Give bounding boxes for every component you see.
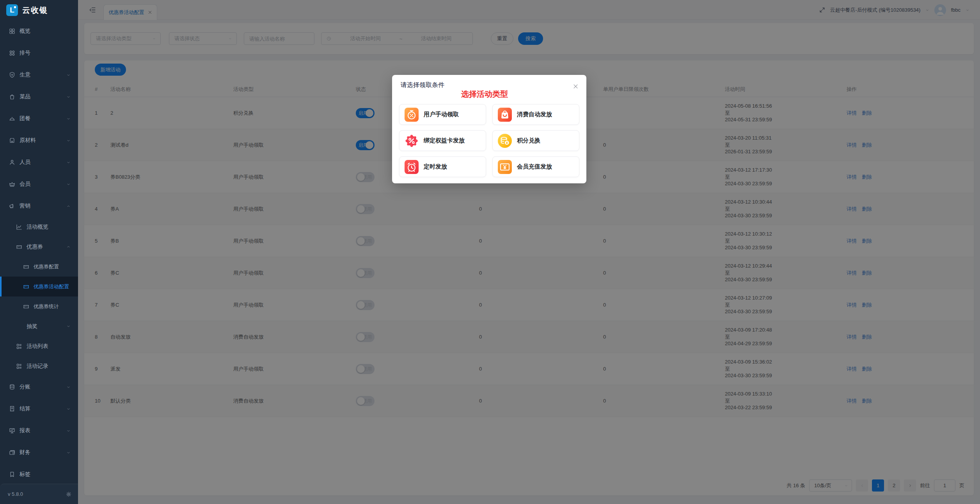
chart-icon	[16, 224, 23, 231]
app-title: 云收银	[22, 5, 48, 16]
sidebar-item-label: 报表	[20, 427, 30, 434]
shield-icon	[9, 71, 16, 78]
ticket-icon	[16, 243, 23, 250]
sidebar-item-label: 会员	[20, 181, 30, 188]
sidebar-item-16[interactable]: 活动记录	[0, 356, 78, 376]
sidebar-item-20[interactable]: 财务	[0, 442, 78, 463]
sidebar-item-label: 活动列表	[27, 343, 48, 350]
activity-type-option[interactable]: 积分兑换	[492, 130, 579, 151]
activity-type-option-label: 积分兑换	[517, 137, 540, 144]
sidebar-item-11[interactable]: 优惠券配置	[0, 257, 78, 277]
store-icon	[9, 137, 16, 144]
chevron-down-icon	[66, 406, 71, 412]
icon-spacer	[16, 323, 23, 330]
ticket-icon	[23, 263, 30, 270]
activity-type-option-label: 会员充值发放	[517, 163, 552, 170]
sidebar-item-21[interactable]: 标签	[0, 463, 78, 485]
invoice-icon	[9, 405, 16, 412]
sidebar-item-9[interactable]: 活动概览	[0, 217, 78, 237]
sidebar-item-label: 优惠券活动配置	[34, 283, 69, 290]
cloche-icon	[9, 115, 16, 122]
chevron-down-icon	[66, 94, 71, 99]
sidebar-item-8[interactable]: 营销	[0, 195, 78, 217]
activity-type-modal: 请选择领取条件 选择活动类型 用户手动领取消费自动发放绑定权益卡发放积分兑换定时…	[392, 75, 586, 183]
ticket-icon	[23, 303, 30, 310]
activity-type-option-label: 消费自动发放	[517, 111, 552, 118]
timer-percent-icon	[405, 108, 419, 122]
ticket-yen-icon	[498, 160, 512, 174]
chevron-down-icon	[66, 324, 71, 329]
activity-type-option[interactable]: 定时发放	[399, 156, 486, 177]
sidebar-item-13[interactable]: 优惠券统计	[0, 296, 78, 316]
megaphone-icon	[9, 202, 16, 209]
activity-type-option[interactable]: 消费自动发放	[492, 104, 579, 125]
activity-type-option-label: 定时发放	[424, 163, 447, 170]
sidebar-item-label: 优惠券	[27, 243, 43, 250]
chevron-down-icon	[66, 450, 71, 455]
sidebar-item-label: 排号	[20, 50, 30, 57]
bag-icon	[9, 93, 16, 100]
logo: L 云收银	[0, 0, 78, 20]
sidebar-item-15[interactable]: 活动列表	[0, 336, 78, 356]
alarm-icon	[405, 160, 419, 174]
chevron-down-icon	[66, 428, 71, 433]
sidebar-item-label: 标签	[20, 471, 30, 478]
bag-auto-icon	[498, 108, 512, 122]
chevron-down-icon	[66, 138, 71, 143]
sidebar-item-4[interactable]: 团餐	[0, 108, 78, 130]
sidebar-item-label: 菜品	[20, 93, 30, 100]
sidebar-menu: 概览排号生意菜品团餐原材料人员会员营销活动概览优惠券优惠券配置优惠券活动配置优惠…	[0, 20, 78, 484]
chevron-down-icon	[66, 160, 71, 165]
sidebar-item-10[interactable]: 优惠券	[0, 237, 78, 257]
chevron-down-icon	[66, 116, 71, 121]
sidebar-item-label: 概览	[20, 28, 30, 35]
sidebar-item-label: 生意	[20, 71, 30, 78]
sidebar-item-7[interactable]: 会员	[0, 173, 78, 195]
sidebar-item-label: 财务	[20, 449, 30, 456]
sidebar-item-label: 活动概览	[27, 224, 48, 231]
person-icon	[9, 159, 16, 166]
modal-annotation: 选择活动类型	[461, 89, 508, 99]
sidebar-item-label: 团餐	[20, 115, 30, 122]
list-icon	[16, 343, 23, 350]
sidebar-item-label: 结算	[20, 405, 30, 412]
sidebar-item-5[interactable]: 原材料	[0, 130, 78, 151]
bookmark-icon	[9, 471, 16, 478]
sidebar-item-label: 营销	[20, 202, 30, 209]
sidebar-item-label: 抽奖	[27, 323, 37, 330]
badge-percent-icon	[405, 134, 419, 148]
crown-icon	[9, 181, 16, 188]
chevron-down-icon	[66, 385, 71, 390]
sidebar-item-14[interactable]: 抽奖	[0, 316, 78, 336]
activity-type-option-label: 绑定权益卡发放	[424, 137, 465, 144]
sidebar-item-19[interactable]: 报表	[0, 420, 78, 442]
activity-type-option[interactable]: 用户手动领取	[399, 104, 486, 125]
sidebar-item-label: 优惠券配置	[34, 263, 59, 270]
sidebar-item-0[interactable]: 概览	[0, 20, 78, 42]
sidebar-item-label: 原材料	[20, 137, 36, 144]
activity-type-option[interactable]: 绑定权益卡发放	[399, 130, 486, 151]
close-icon[interactable]	[573, 83, 579, 89]
list-icon	[16, 363, 23, 370]
gear-icon[interactable]	[66, 491, 72, 497]
coins-gold-icon	[498, 134, 512, 148]
activity-type-options: 用户手动领取消费自动发放绑定权益卡发放积分兑换定时发放会员充值发放	[399, 104, 579, 177]
sidebar-item-label: 优惠券统计	[34, 303, 59, 310]
chevron-down-icon	[66, 182, 71, 187]
activity-type-option-label: 用户手动领取	[424, 111, 459, 118]
sidebar-item-12[interactable]: 优惠券活动配置	[0, 277, 78, 296]
sidebar-item-label: 人员	[20, 159, 30, 166]
sidebar-item-17[interactable]: 分账	[0, 376, 78, 398]
sidebar-item-2[interactable]: 生意	[0, 64, 78, 86]
activity-type-option[interactable]: 会员充值发放	[492, 156, 579, 177]
sidebar-item-18[interactable]: 结算	[0, 398, 78, 420]
chevron-down-icon	[66, 73, 71, 78]
sidebar-footer: v 5.8.0	[0, 484, 78, 504]
version-label: v 5.8.0	[8, 491, 23, 497]
chevron-up-icon	[66, 244, 71, 249]
queue-icon	[9, 50, 16, 57]
sidebar-item-6[interactable]: 人员	[0, 151, 78, 173]
sidebar-item-1[interactable]: 排号	[0, 42, 78, 64]
sidebar-item-3[interactable]: 菜品	[0, 86, 78, 108]
grid-icon	[9, 28, 16, 35]
